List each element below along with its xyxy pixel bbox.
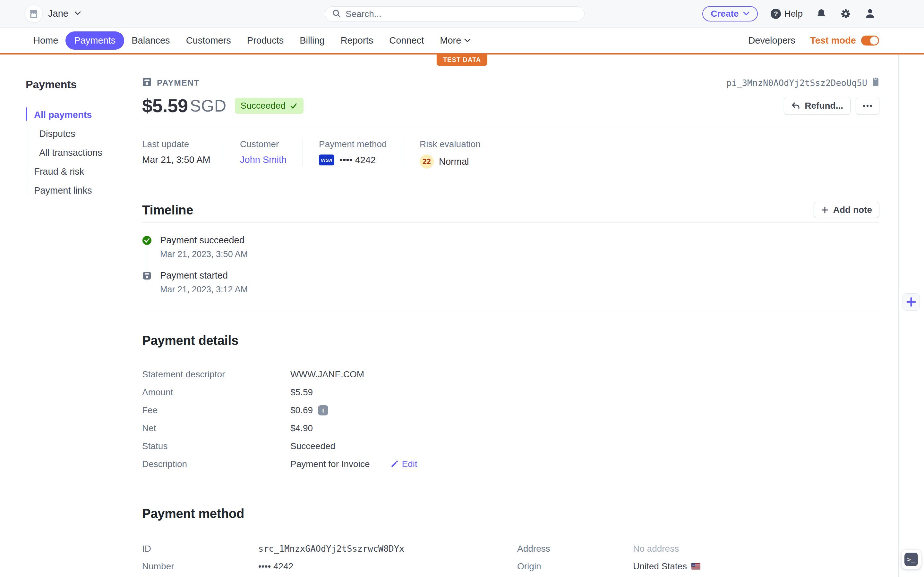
terminal-icon: >_ [905, 553, 918, 566]
sidebar: Payments All payments Disputes All trans… [0, 55, 142, 577]
detail-row-description: Description Payment for Invoice Edit [142, 455, 879, 473]
meta-last-update: Last update Mar 21, 3:50 AM [142, 139, 210, 165]
payment-started-icon [142, 271, 152, 280]
gutter-add-button[interactable] [903, 293, 920, 311]
developers-link[interactable]: Developers [748, 35, 795, 46]
global-search [325, 6, 585, 21]
test-mode-toggle[interactable] [861, 35, 879, 45]
divider [403, 140, 403, 166]
payment-details-head: Payment details [142, 334, 879, 348]
sidebar-item-all-transactions[interactable]: All transactions [26, 143, 132, 162]
payment-details-title: Payment details [142, 334, 238, 348]
nav-item-connect[interactable]: Connect [389, 35, 424, 46]
sidebar-item-disputes[interactable]: Disputes [26, 124, 132, 143]
copy-clipboard-icon[interactable] [872, 77, 879, 89]
sidebar-item-all-payments[interactable]: All payments [26, 105, 132, 124]
nav-item-products[interactable]: Products [247, 35, 284, 46]
notifications-bell-icon[interactable] [816, 8, 827, 19]
detail-row-status: Status Succeeded [142, 437, 879, 455]
payment-method-left-column: ID src_1MnzxGAOdYj2tSszrwcW8DYx Number •… [142, 540, 517, 577]
payment-id: pi_3MnzN0AOdYj2tSsz2DeoUq5U [726, 77, 879, 89]
ellipsis-icon [863, 105, 873, 107]
detail-row-statement-descriptor: Statement descriptor WWW.JANE.COM [142, 366, 879, 384]
nav-item-balances[interactable]: Balances [132, 35, 170, 46]
storefront-icon [25, 5, 42, 23]
search-input[interactable] [346, 9, 577, 19]
chevron-down-icon [74, 11, 81, 17]
divider [142, 311, 879, 311]
nav-item-billing[interactable]: Billing [300, 35, 325, 46]
refund-button[interactable]: Refund... [784, 97, 851, 115]
timeline-event: Payment started Mar 21, 2023, 3:12 AM [142, 270, 879, 295]
divider [142, 128, 879, 128]
nav-item-customers[interactable]: Customers [186, 35, 231, 46]
add-note-button[interactable]: Add note [814, 202, 879, 218]
sidebar-title: Payments [26, 78, 132, 91]
edit-description-link[interactable]: Edit [390, 459, 417, 469]
payment-amount: $5.59 [142, 95, 188, 116]
detail-row-fee: Fee $0.69 i [142, 401, 879, 419]
chevron-down-icon [464, 39, 471, 43]
divider [142, 222, 879, 223]
pm-row-number: Number •••• 4242 [142, 558, 517, 575]
test-mode-border: TEST DATA [0, 53, 924, 55]
fee-info-icon[interactable]: i [318, 405, 328, 416]
overflow-menu-button[interactable] [856, 97, 879, 115]
payment-method-title: Payment method [142, 506, 244, 521]
payment-method-rows: ID src_1MnzxGAOdYj2tSszrwcW8DYx Number •… [142, 540, 879, 577]
meta-payment-method: Payment method VISA •••• 4242 [319, 139, 387, 165]
timeline-event: Payment succeeded Mar 21, 2023, 3:50 AM [142, 235, 879, 259]
account-switcher[interactable]: Jane [25, 5, 81, 23]
visa-card-icon: VISA [319, 155, 334, 165]
nav-list: Home Payments Balances Customers Product… [33, 35, 471, 46]
pencil-icon [390, 460, 399, 468]
check-icon [289, 102, 298, 110]
navbar-right: Developers Test mode [748, 35, 879, 46]
sidebar-nav: All payments Disputes All transactions F… [26, 105, 132, 200]
risk-score-badge: 22 [420, 155, 434, 169]
customer-link[interactable]: John Smith [240, 155, 286, 165]
account-name: Jane [48, 8, 68, 19]
plus-icon [906, 297, 916, 307]
create-button[interactable]: Create [702, 6, 758, 21]
nav-item-reports[interactable]: Reports [341, 35, 373, 46]
developer-shell-button[interactable]: >_ [901, 550, 921, 569]
test-data-badge: TEST DATA [437, 55, 487, 66]
settings-gear-icon[interactable] [840, 8, 851, 19]
topbar-actions: Create ? Help [702, 6, 876, 21]
refund-arrow-icon [791, 102, 800, 110]
nav-item-more[interactable]: More [440, 35, 471, 46]
payment-header-row: PAYMENT pi_3MnzN0AOdYj2tSsz2DeoUq5U [142, 77, 879, 89]
amount-row: $5.59 SGD Succeeded Refund... [142, 95, 879, 116]
sidebar-item-fraud-risk[interactable]: Fraud & risk [26, 162, 132, 181]
test-mode-control: Test mode [810, 35, 879, 46]
divider [142, 359, 879, 359]
test-mode-label: Test mode [810, 35, 856, 46]
sidebar-item-payment-links[interactable]: Payment links [26, 181, 132, 200]
payment-method-right-column: Address No address Origin United States … [517, 540, 879, 577]
help-button[interactable]: ? Help [771, 9, 803, 19]
chevron-down-icon [743, 11, 750, 16]
divider [222, 140, 222, 166]
detail-row-amount: Amount $5.59 [142, 384, 879, 401]
plus-icon [821, 206, 829, 214]
question-mark-icon: ? [771, 9, 781, 19]
object-type-label: PAYMENT [157, 78, 200, 88]
nav-item-payments[interactable]: Payments [65, 31, 124, 50]
profile-person-icon[interactable] [864, 8, 876, 19]
pm-row-address: Address No address [517, 540, 879, 558]
payment-method-head: Payment method [142, 506, 879, 521]
timeline-title: Timeline [142, 203, 193, 218]
topbar: Jane Create ? Help [0, 0, 924, 27]
pm-row-fingerprint: Fingerprint ECWA6LrK2ELGKYml [142, 575, 517, 577]
search-icon [332, 9, 341, 19]
meta-customer: Customer John Smith [240, 139, 286, 165]
nav-item-home[interactable]: Home [33, 35, 58, 46]
pm-row-id: ID src_1MnzxGAOdYj2tSszrwcW8DYx [142, 540, 517, 558]
timeline-section-head: Timeline Add note [142, 202, 879, 218]
stripe-dashboard: Jane Create ? Help [0, 0, 924, 577]
pm-row-origin: Origin United States [517, 558, 879, 575]
detail-row-net: Net $4.90 [142, 419, 879, 437]
main-nav: Home Payments Balances Customers Product… [0, 27, 924, 53]
pm-row-cvc-check: CVC check Passed [517, 575, 879, 577]
